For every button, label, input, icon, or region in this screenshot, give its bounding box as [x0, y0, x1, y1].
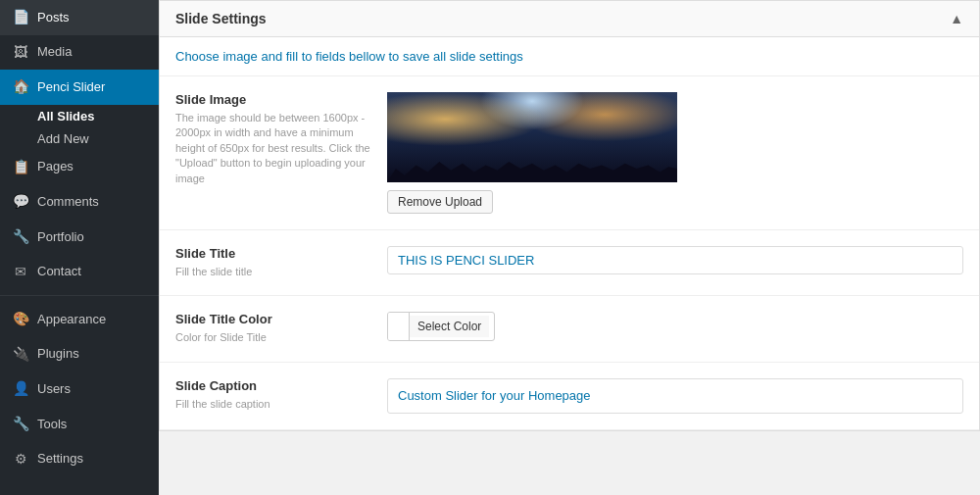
sidebar-label-appearance: Appearance [37, 311, 106, 328]
slide-title-color-label: Slide Title Color [175, 312, 371, 326]
slide-title-control [387, 246, 963, 274]
slide-title-row: Slide Title Fill the slide title [160, 230, 979, 296]
media-icon: 🖼 [12, 43, 29, 63]
slide-image-row: Slide Image The image should be between … [160, 76, 979, 230]
collapse-arrow-icon[interactable]: ▲ [950, 11, 963, 26]
tools-icon: 🔧 [12, 415, 29, 434]
all-slides-label: All Slides [37, 109, 95, 124]
sidebar-label-comments: Comments [37, 193, 99, 211]
sidebar-item-comments[interactable]: 💬 Comments [0, 184, 159, 220]
slide-title-label-col: Slide Title Fill the slide title [175, 246, 371, 279]
color-select-label: Select Color [410, 316, 489, 337]
pages-icon: 📋 [12, 158, 29, 177]
sidebar-item-tools[interactable]: 🔧 Tools [0, 407, 159, 442]
settings-icon: ⚙ [12, 450, 29, 470]
users-icon: 👤 [12, 379, 29, 399]
remove-upload-button[interactable]: Remove Upload [387, 190, 493, 214]
slide-title-color-desc: Color for Slide Title [175, 330, 371, 345]
sidebar-item-posts[interactable]: 📄 Posts [0, 0, 159, 35]
sidebar-label-portfolio: Portfolio [37, 228, 84, 246]
sidebar-label-contact: Contact [37, 263, 81, 280]
sidebar-label-pages: Pages [37, 158, 74, 175]
sidebar-item-users[interactable]: 👤 Users [0, 371, 159, 407]
slide-caption-desc: Fill the slide caption [175, 397, 371, 412]
sidebar-item-penci-slider[interactable]: 🏠 Penci Slider [0, 70, 159, 105]
settings-header: Slide Settings ▲ [160, 1, 979, 37]
sidebar: 📄 Posts 🖼 Media 🏠 Penci Slider All Slide… [0, 0, 159, 495]
main-content: Slide Settings ▲ Choose image and fill t… [159, 0, 980, 495]
settings-panel-title: Slide Settings [175, 11, 267, 26]
slide-image-label: Slide Image [175, 92, 371, 107]
sidebar-label-plugins: Plugins [37, 345, 79, 363]
plugins-icon: 🔌 [12, 345, 29, 365]
sidebar-label-users: Users [37, 380, 71, 398]
portfolio-icon: 🔧 [12, 227, 29, 247]
sidebar-label-penci-slider: Penci Slider [37, 78, 105, 96]
color-select-button[interactable]: Select Color [387, 312, 495, 341]
slide-caption-control [387, 378, 963, 414]
settings-panel: Slide Settings ▲ Choose image and fill t… [159, 0, 980, 431]
sidebar-sub-all-slides[interactable]: All Slides [0, 105, 159, 127]
sidebar-item-media[interactable]: 🖼 Media [0, 35, 159, 71]
sidebar-divider [0, 295, 159, 296]
slide-title-input[interactable] [387, 246, 963, 274]
sidebar-item-plugins[interactable]: 🔌 Plugins [0, 337, 159, 372]
slide-title-color-label-col: Slide Title Color Color for Slide Title [175, 312, 371, 345]
sidebar-sub-add-new[interactable]: Add New [0, 127, 159, 150]
sidebar-label-media: Media [37, 43, 72, 61]
slide-title-color-row: Slide Title Color Color for Slide Title … [160, 296, 979, 362]
sidebar-item-portfolio[interactable]: 🔧 Portfolio [0, 220, 159, 255]
posts-icon: 📄 [12, 8, 29, 27]
penci-slider-icon: 🏠 [12, 77, 29, 97]
sidebar-item-appearance[interactable]: 🎨 Appearance [0, 302, 159, 337]
settings-intro-text: Choose image and fill to fields bellow t… [160, 37, 979, 76]
contact-icon: ✉ [12, 263, 29, 282]
slide-image-preview [387, 92, 677, 182]
sidebar-label-tools: Tools [37, 416, 67, 433]
slide-title-color-control: Select Color [387, 312, 963, 341]
concert-crowd-graphic [387, 148, 677, 182]
color-swatch [388, 313, 410, 340]
sidebar-item-settings[interactable]: ⚙ Settings [0, 442, 159, 477]
sidebar-label-settings: Settings [37, 450, 83, 468]
slide-caption-label-col: Slide Caption Fill the slide caption [175, 378, 371, 412]
add-new-label: Add New [37, 131, 89, 146]
sidebar-item-pages[interactable]: 📋 Pages [0, 150, 159, 185]
slide-title-desc: Fill the slide title [175, 265, 371, 279]
slide-caption-row: Slide Caption Fill the slide caption [160, 363, 979, 430]
comments-icon: 💬 [12, 192, 29, 212]
slide-caption-input[interactable] [387, 378, 963, 414]
slide-image-desc: The image should be between 1600px - 200… [175, 111, 371, 186]
slide-image-control: Remove Upload [387, 92, 963, 214]
slide-title-label: Slide Title [175, 246, 371, 261]
sidebar-item-contact[interactable]: ✉ Contact [0, 255, 159, 290]
slide-caption-label: Slide Caption [175, 378, 371, 393]
appearance-icon: 🎨 [12, 310, 29, 329]
sidebar-label-posts: Posts [37, 9, 70, 26]
slide-image-label-col: Slide Image The image should be between … [175, 92, 371, 186]
